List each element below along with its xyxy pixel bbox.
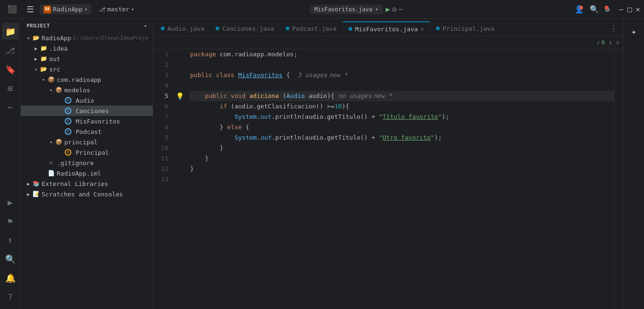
ai-assistant-icon[interactable]: ✦	[626, 23, 643, 40]
run-button[interactable]: ▶	[386, 5, 391, 14]
sidebar-item-package-radioapp[interactable]: ▾ 📦 com.radioapp	[21, 74, 153, 85]
num-10: 10	[334, 101, 342, 112]
close-button[interactable]: ✕	[635, 5, 640, 14]
line-num-9: 9	[153, 132, 172, 143]
tab-label-podcast: Podcast.java	[292, 25, 337, 32]
hint-new-3: new *	[329, 70, 348, 80]
line-num-5: 5	[153, 91, 172, 101]
hint-nousages: no usages	[338, 91, 371, 101]
tab-audio[interactable]: Audio.java	[155, 21, 210, 35]
gutter-13	[176, 174, 186, 185]
sidebar-item-audio[interactable]: C Audio	[21, 95, 153, 106]
activity-debug-icon[interactable]: ⚑	[2, 212, 19, 230]
folder-idea-icon: 📁	[40, 44, 47, 52]
chevron-up-icon[interactable]: ∧	[609, 39, 612, 46]
profile-button[interactable]: 👤	[574, 5, 584, 14]
checkmark-icon: ✓	[597, 39, 600, 46]
activity-git-icon[interactable]: ⎇	[2, 42, 19, 59]
expand-scratches-icon: ▶	[25, 190, 32, 198]
line-num-10: 10	[153, 143, 172, 153]
titlebar-left: ⬛ ☰ RA RadioApp ▾ ⎇ master ▾	[4, 1, 138, 18]
sidebar-item-gitignore[interactable]: ⊘ .gitignore	[21, 158, 153, 168]
maximize-button[interactable]: □	[627, 5, 632, 14]
java-canciones-icon: C	[64, 107, 72, 115]
activity-structure-icon[interactable]: ⊞	[2, 79, 19, 97]
gutter-2	[176, 60, 186, 70]
java-principal-icon: C	[64, 149, 72, 156]
iml-icon: 📄	[47, 169, 55, 177]
line-num-13: 13	[153, 174, 172, 185]
sidebar-item-scratches[interactable]: ▶ 📝 Scratches and Consoles	[21, 189, 153, 199]
sidebar-item-label-radioapp: RadioApp	[42, 35, 71, 42]
tab-canciones[interactable]: Canciones.java	[210, 21, 280, 35]
gutter-4	[176, 80, 186, 91]
branch-selector[interactable]: ⎇ master ▾	[95, 4, 138, 14]
gutter-3	[176, 70, 186, 80]
hamburger-menu[interactable]: ☰	[25, 2, 36, 16]
ide-settings-button[interactable]: ⚙	[605, 5, 609, 14]
activity-help-icon[interactable]: ?	[2, 288, 19, 305]
sidebar-item-idea[interactable]: ▶ 📁 .idea	[21, 43, 153, 53]
editor-top-bar: ✓ 6 ∧ ∨	[153, 36, 623, 49]
tab-dot-podcast	[286, 26, 289, 30]
activity-more-icon[interactable]: ⋯	[2, 98, 19, 115]
fn-out-7: out	[261, 112, 271, 122]
sidebar-item-out[interactable]: ▶ 📁 out	[21, 53, 153, 64]
gutter-5[interactable]: 💡	[176, 91, 186, 101]
tab-label-audio: Audio.java	[167, 25, 204, 32]
jetbrains-logo[interactable]: ⬛	[4, 1, 21, 18]
activity-deploy-icon[interactable]: ⬆	[2, 231, 19, 248]
sidebar-item-label-podcast: Podcast	[76, 128, 102, 135]
titlebar-right: 👤 🔍 ⚙ — □ ✕	[574, 5, 640, 14]
sidebar-item-external-libs[interactable]: ▶ 📚 External Libraries	[21, 178, 153, 189]
debug-button[interactable]: ⚙	[392, 5, 397, 14]
gutter-10	[176, 143, 186, 153]
code-editor[interactable]: package com.radioapp.modelos; public cla…	[186, 49, 614, 309]
kw-void: void	[231, 91, 245, 101]
line-numbers: 1 2 3 4 5 6 7 8 9 10 11 12 13	[153, 49, 176, 309]
sidebar-item-podcast[interactable]: C Podcast	[21, 126, 153, 137]
activity-project-icon[interactable]: 📁	[2, 23, 19, 40]
code-line-1: package com.radioapp.modelos;	[190, 49, 614, 60]
activity-notifications-icon[interactable]: 🔔	[2, 269, 19, 286]
activity-run-icon[interactable]: ▶	[2, 194, 19, 211]
tab-misfavoritos[interactable]: MisFavoritos.java ✕	[342, 21, 430, 35]
sidebar-item-src[interactable]: ▾ 📂 src	[21, 64, 153, 74]
code-line-11: }	[190, 153, 614, 164]
gutter-7	[176, 112, 186, 122]
plain-1: com.radioapp.modelos;	[216, 49, 297, 60]
window-controls: — □ ✕	[619, 5, 640, 14]
sidebar-header: Project ▾	[21, 19, 153, 33]
activity-bookmarks-icon[interactable]: 🔖	[2, 61, 19, 78]
sidebar-item-label-principal-pkg: principal	[64, 139, 97, 146]
app-switcher[interactable]: RA RadioApp ▾	[40, 4, 91, 15]
more-run-button[interactable]: ⋯	[399, 5, 403, 14]
sidebar-item-misfavoritos[interactable]: C MisFavoritos	[21, 116, 153, 126]
sidebar-item-modelos[interactable]: ▾ 📦 modelos	[21, 85, 153, 95]
gutter-12	[176, 164, 186, 174]
code-line-9: System . out .println(audio.getTitulo() …	[190, 132, 614, 143]
sidebar-item-principal-pkg[interactable]: ▾ 📦 principal	[21, 137, 153, 147]
tab-more-button[interactable]: ⋮	[606, 21, 621, 35]
code-line-12: }	[190, 164, 614, 174]
app-dropdown-icon: ▾	[85, 7, 87, 12]
code-line-4	[190, 80, 614, 91]
sidebar-item-iml[interactable]: 📄 RadioApp.iml	[21, 168, 153, 178]
tab-podcast[interactable]: Podcast.java	[280, 21, 342, 35]
activity-search-icon[interactable]: 🔍	[2, 250, 19, 267]
tab-close-misfav[interactable]: ✕	[421, 26, 424, 32]
tab-principal[interactable]: Principal.java	[430, 21, 500, 35]
expand-idea-icon: ▶	[32, 44, 40, 52]
sidebar-item-canciones[interactable]: C Canciones	[21, 106, 153, 116]
line-num-1: 1	[153, 49, 172, 60]
minimize-button[interactable]: —	[619, 5, 624, 14]
package-icon: 📦	[47, 76, 55, 83]
run-config[interactable]: MisFavoritos.java ▾	[310, 5, 383, 14]
line-num-7: 7	[153, 112, 172, 122]
editor-content: 1 2 3 4 5 6 7 8 9 10 11 12 13 💡	[153, 49, 623, 309]
search-button[interactable]: 🔍	[590, 5, 599, 14]
sidebar-item-path: C:\Users\Elena\IdeaProje	[73, 35, 148, 41]
sidebar-item-radioapp[interactable]: ▾ 📂 RadioApp C:\Users\Elena\IdeaProje	[21, 33, 153, 43]
sidebar-item-principal[interactable]: C Principal	[21, 147, 153, 158]
chevron-down-icon[interactable]: ∨	[616, 39, 619, 46]
